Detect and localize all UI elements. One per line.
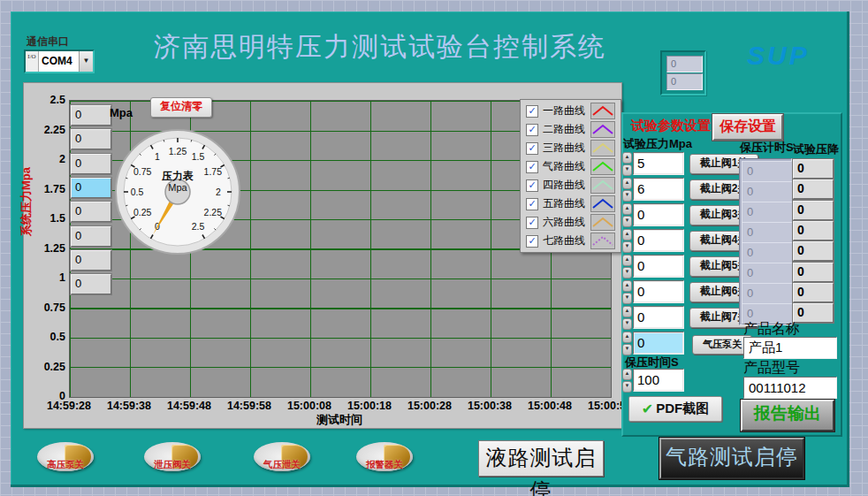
sup-watermark: SUP [747, 41, 810, 71]
legend-checkbox[interactable]: ✓ [526, 198, 538, 210]
legend-checkbox[interactable]: ✓ [526, 124, 538, 136]
test-pressure-input[interactable]: 0 [633, 203, 684, 226]
save-settings-button[interactable]: 保存设置 [712, 114, 783, 141]
y-tick-label: 1.5 [30, 212, 65, 225]
spin-down-icon[interactable]: ▼ [622, 164, 632, 176]
test-pressure-input[interactable]: 0 [633, 306, 684, 329]
top-indicator-1: 0 [666, 56, 703, 72]
test-pressure-input[interactable]: 0 [633, 332, 684, 355]
hold-timer-box: 0 [742, 263, 794, 284]
product-model-input[interactable] [743, 377, 837, 399]
spinner-arrows[interactable]: ▲▼ [622, 332, 632, 353]
spinner-arrows[interactable]: ▲▼ [622, 152, 632, 173]
reset-zero-button[interactable]: 复位清零 [150, 97, 212, 118]
legend-line-sample [590, 140, 615, 156]
spin-down-icon[interactable]: ▼ [622, 241, 632, 253]
spin-up-icon[interactable]: ▲ [622, 280, 632, 292]
x-tick-label: 14:59:58 [220, 400, 278, 412]
report-output-button[interactable]: 报告输出 [741, 400, 834, 431]
spinner-arrows[interactable]: ▲▼ [622, 178, 632, 199]
spin-up-icon[interactable]: ▲ [622, 229, 632, 240]
channel-value-box[interactable]: 0 [71, 129, 111, 149]
legend-line-sample [590, 177, 615, 194]
channel-value-box[interactable]: 0 [71, 202, 111, 222]
legend-checkbox[interactable]: ✓ [526, 161, 538, 173]
y-tick-label: 0.25 [30, 361, 65, 373]
spinner-arrows[interactable]: ▲▼ [622, 255, 632, 276]
spinner-arrows[interactable]: ▲▼ [622, 306, 632, 327]
legend-label: 四路曲线 [543, 178, 589, 193]
spinner-arrows[interactable]: ▲▼ [622, 369, 632, 390]
serial-port-label: 通信串口 [27, 34, 69, 50]
pressure-drop-box: 0 [793, 179, 834, 199]
serial-port-select[interactable]: I/O COM4 ▼ [24, 50, 95, 73]
hold-timer-box: 0 [742, 242, 794, 263]
pdf-button-label: PDF截图 [656, 401, 709, 417]
legend-line-sample [590, 158, 615, 175]
legend-label: 一路曲线 [543, 103, 589, 118]
hold-timer-box: 0 [742, 161, 794, 182]
spin-up-icon[interactable]: ▲ [622, 178, 632, 189]
liquid-test-button[interactable]: 液路测试启停 [478, 440, 604, 477]
pdf-capture-button[interactable]: ✔ PDF截图 [628, 396, 722, 422]
y-tick-label: 1 [30, 271, 65, 284]
spin-down-icon[interactable]: ▼ [622, 381, 632, 393]
channel-value-box[interactable]: 0 [71, 178, 111, 198]
legend-row: ✓五路曲线 [521, 195, 621, 213]
spin-down-icon[interactable]: ▼ [622, 190, 632, 202]
spin-up-icon[interactable]: ▲ [622, 255, 632, 266]
spin-down-icon[interactable]: ▼ [622, 318, 632, 330]
legend-label: 气路曲线 [543, 159, 589, 174]
y-tick-label: 2 [30, 153, 65, 165]
switch-label: 报警器关 [356, 459, 413, 471]
spinner-arrows[interactable]: ▲▼ [622, 229, 632, 250]
spin-up-icon[interactable]: ▲ [622, 369, 632, 380]
channel-value-box[interactable]: 0 [71, 250, 111, 271]
legend-checkbox[interactable]: ✓ [526, 179, 538, 192]
legend-checkbox[interactable]: ✓ [526, 235, 538, 248]
spin-down-icon[interactable]: ▼ [622, 216, 632, 227]
spinner-arrows[interactable]: ▲▼ [622, 280, 632, 301]
spin-down-icon[interactable]: ▼ [622, 267, 632, 279]
x-tick-label: 14:59:28 [40, 400, 98, 412]
legend-checkbox[interactable]: ✓ [526, 217, 538, 229]
air-test-button[interactable]: 气路测试启停 [659, 438, 804, 479]
spin-up-icon[interactable]: ▲ [622, 306, 632, 317]
legend-label: 七路曲线 [543, 233, 589, 248]
section-title: 试验参数设置 [631, 118, 711, 134]
product-name-input[interactable] [743, 337, 837, 359]
spinner-arrows[interactable]: ▲▼ [622, 203, 632, 225]
test-pressure-input[interactable]: 5 [633, 152, 684, 175]
test-pressure-input[interactable]: 0 [633, 280, 684, 303]
legend-label: 二路曲线 [543, 122, 589, 137]
pressure-drop-box: 0 [793, 159, 834, 179]
test-pressure-input[interactable]: 0 [633, 255, 684, 278]
channel-value-box[interactable]: 0 [71, 274, 111, 294]
spin-up-icon[interactable]: ▲ [622, 203, 632, 215]
test-pressure-input[interactable]: 0 [633, 229, 684, 252]
curve-legend: ✓一路曲线✓二路曲线✓三路曲线✓气路曲线✓四路曲线✓五路曲线✓六路曲线✓七路曲线 [520, 99, 621, 253]
legend-checkbox[interactable]: ✓ [526, 142, 538, 155]
top-indicator-frame: 0 0 [660, 50, 706, 95]
legend-checkbox[interactable]: ✓ [526, 105, 538, 118]
product-model-label: 产品型号 [743, 359, 800, 378]
channel-value-box[interactable]: 0 [71, 154, 111, 174]
spin-down-icon[interactable]: ▼ [622, 293, 632, 304]
hold-time-input[interactable]: 100 [633, 369, 684, 392]
hold-timer-box: 0 [742, 181, 794, 202]
channel-value-box[interactable]: 0 [71, 226, 111, 247]
channel-value-box[interactable]: 0 [71, 105, 111, 126]
test-pressure-input[interactable]: 6 [633, 178, 684, 201]
legend-line-sample [590, 233, 615, 249]
legend-row: ✓三路曲线 [521, 139, 621, 157]
legend-row: ✓一路曲线 [521, 102, 621, 120]
chevron-down-icon[interactable]: ▼ [79, 51, 93, 72]
gauge-title: 压力表 [161, 170, 194, 182]
legend-row: ✓气路曲线 [521, 157, 621, 176]
spin-up-icon[interactable]: ▲ [622, 332, 632, 343]
legend-line-sample [590, 195, 615, 212]
y-tick-label: 0.75 [30, 301, 65, 314]
x-tick-label: 14:59:48 [160, 400, 218, 412]
gauge-unit: Mpa [168, 182, 187, 193]
spin-up-icon[interactable]: ▲ [622, 152, 632, 164]
